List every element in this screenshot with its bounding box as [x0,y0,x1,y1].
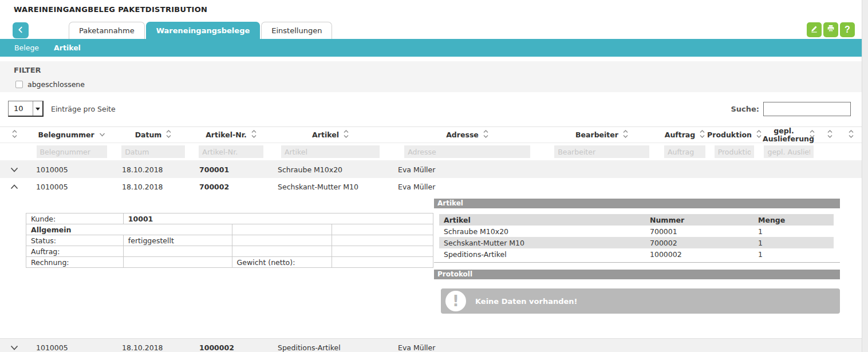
column-filter-gepl-auslieferung[interactable] [764,145,813,158]
detail-side-panel: Artikel ArtikelNummerMengeSchraube M10x2… [434,199,840,314]
artikel-table-wrap: ArtikelNummerMengeSchraube M10x207000011… [434,214,840,263]
document-detail-table: Kunde: 10001 Allgemein Status: fertigges… [26,213,433,268]
chevron-down-icon [10,165,18,174]
col-header-0[interactable] [0,129,29,140]
chevron-left-icon [17,26,25,35]
col-header-belegnummer[interactable]: Belegnummer [29,131,115,139]
col-header-label: gepl. Auslieferung [763,127,805,143]
table-rows-top: 101000518.10.2018700001Schraube M10x20Ev… [0,161,862,195]
sort-icon [166,129,171,140]
col-header-artikel-nr[interactable]: Artikel-Nr. [192,129,270,140]
col-header-label: Datum [135,131,162,139]
table-rows-bottom: 101000518.10.20181000002Speditions-Artik… [0,338,862,352]
artikel-row: Speditions-Artikel10000021 [439,248,834,260]
column-filter-belegnummer[interactable] [37,145,107,158]
artikel-col-nummer: Nummer [645,216,753,224]
sort-icon [483,129,488,140]
sort-icon [12,129,17,140]
filter-cell-6 [544,145,660,158]
col-header-gepl-auslieferung[interactable]: gepl. Auslieferung [759,127,819,143]
cell-datum: 18.10.2018 [115,165,192,174]
col-header-10[interactable] [819,129,841,140]
artikel-menge: 1 [753,250,834,259]
column-filter-bearbeiter[interactable] [554,145,649,158]
column-filter-produktion[interactable] [715,145,755,158]
print-button[interactable] [823,22,838,37]
col-header-auftrag[interactable]: Auftrag [660,129,710,140]
search-input[interactable] [763,102,851,116]
auftrag-value [123,246,232,257]
table-row: 101000518.10.20181000002Speditions-Artik… [0,339,862,352]
subnav-bar: BelegeArtikel [0,39,862,57]
col-header-label: Artikel-Nr. [206,131,247,139]
artikel-name: Schraube M10x20 [439,227,645,236]
filter-cell-8 [710,145,759,158]
column-filter-artikel-nr[interactable] [199,145,263,158]
subnav-link-belege[interactable]: Belege [14,43,39,52]
subnav-link-artikel[interactable]: Artikel [54,43,81,52]
cell-adresse: Eva Müller [390,183,544,191]
empty-cell [232,224,332,235]
edit-button[interactable] [807,22,822,37]
tab-einstellungen[interactable]: Einstellungen [261,22,332,39]
artikel-nummer: 700001 [645,227,753,236]
printer-icon [826,24,835,35]
artikel-panel-header: Artikel [434,199,840,208]
col-header-label: Belegnummer [38,131,94,139]
filter-cell-1 [29,145,115,158]
artikel-row: Sechskant-Mutter M107000021 [439,237,834,248]
col-header-bearbeiter[interactable]: Bearbeiter [544,129,660,140]
sort-icon [344,129,349,140]
cell-artikel: Sechskant-Mutter M10 [270,183,390,191]
abgeschlossene-checkbox[interactable] [15,81,23,88]
tab-wareneingangsbelege[interactable]: Wareneingangsbelege [146,22,261,39]
question-mark-icon: ? [845,25,850,35]
col-header-adresse[interactable]: Adresse [390,129,544,140]
col-header-label: Produktion [707,131,752,139]
page-size-select[interactable]: 10 [8,101,44,117]
sort-desc-icon [99,131,105,139]
column-filter-artikel[interactable] [281,145,380,158]
artikel-menge: 1 [753,227,834,236]
col-header-artikel[interactable]: Artikel [270,129,390,140]
column-filter-auftrag[interactable] [664,145,705,158]
search-area: Suche: [731,102,851,116]
artikel-menge: 1 [753,239,834,247]
col-header-produktion[interactable]: Produktion [710,129,759,140]
documents-table: BelegnummerDatumArtikel-Nr.ArtikelAdress… [0,126,862,352]
column-filter-adresse[interactable] [404,145,530,158]
col-header-datum[interactable]: Datum [115,129,192,140]
tab-paketannahme[interactable]: Paketannahme [69,22,145,39]
expand-row-button[interactable] [10,165,18,174]
chevron-up-icon [10,183,18,191]
empty-cell [232,235,332,246]
pencil-icon [810,24,819,35]
empty-cell [332,246,433,257]
expander-cell [0,183,29,191]
auftrag-label: Auftrag: [26,246,124,257]
sort-icon [623,129,628,140]
column-filter-datum[interactable] [121,145,185,158]
collapse-row-button[interactable] [10,183,18,191]
artikel-table: ArtikelNummerMengeSchraube M10x207000011… [439,214,834,260]
gewicht-label: Gewicht (netto): [232,257,332,268]
sort-icon [251,129,257,140]
artikel-row: Schraube M10x207000011 [439,226,834,237]
artikel-nummer: 700002 [645,239,753,247]
filter-cell-9 [759,145,819,158]
status-label: Status: [26,235,124,246]
status-value: fertiggestellt [123,235,232,246]
expand-row-button[interactable] [10,343,18,352]
cell-datum: 18.10.2018 [115,183,192,191]
expander-cell [0,343,29,352]
no-data-alert: ! Keine Daten vorhanden! [441,288,840,314]
help-button[interactable]: ? [840,22,855,37]
scrollbar-track[interactable] [862,0,868,352]
col-header-label: Bearbeiter [575,131,618,139]
tab-bar: PaketannahmeWareneingangsbelegeEinstellu… [69,22,333,39]
cell-belegnummer: 1010005 [29,165,115,174]
back-button[interactable] [13,22,29,38]
col-header-11[interactable] [841,129,862,140]
artikel-col-menge: Menge [753,216,834,224]
page-title: WAREINEINGANGBELEG PAKETDISTRIBUTION [14,5,207,14]
